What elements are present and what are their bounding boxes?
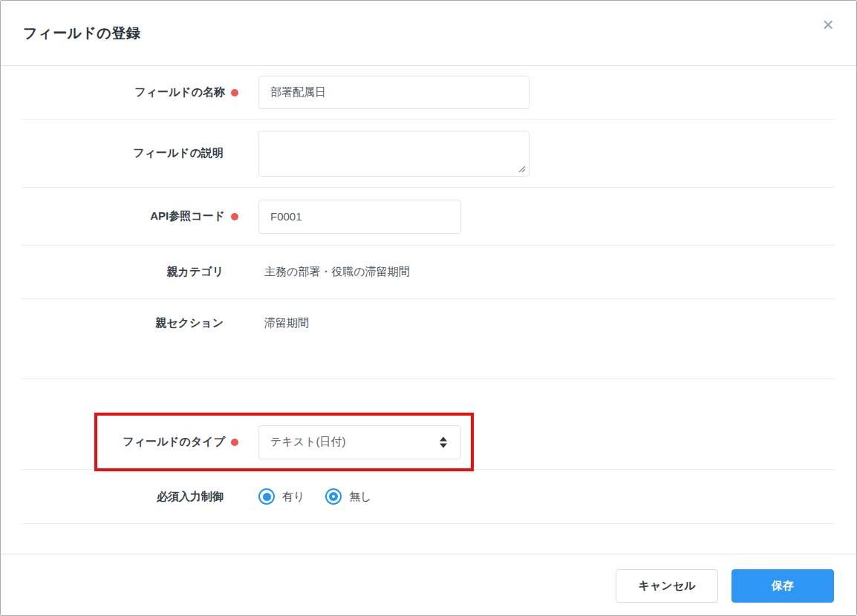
parent-section-label-cell: 親セクション — [22, 316, 238, 330]
modal-footer: キャンセル 保存 — [1, 554, 856, 616]
select-updown-icon — [440, 436, 447, 448]
api-code-input[interactable] — [258, 200, 461, 234]
api-code-label: API参照コード — [150, 209, 225, 223]
form-row-field-type: フィールドのタイプ テキスト(日付) — [22, 379, 835, 470]
form-row-field-name: フィールドの名称 — [22, 66, 835, 119]
radio-yes-label: 有り — [282, 490, 304, 504]
required-control-label: 必須入力制御 — [157, 490, 224, 504]
close-icon[interactable]: × — [816, 13, 840, 36]
radio-option-no[interactable]: 無し — [325, 488, 371, 505]
modal-title: フィールドの登録 — [23, 24, 140, 43]
api-code-label-cell: API参照コード — [22, 209, 238, 223]
field-registration-modal: フィールドの登録 × フィールドの名称 フィールドの説明 API参照コード — [0, 0, 857, 616]
form-row-field-description: フィールドの説明 — [22, 119, 835, 188]
save-button[interactable]: 保存 — [731, 569, 834, 603]
field-name-input[interactable] — [258, 76, 529, 109]
cancel-button[interactable]: キャンセル — [616, 569, 718, 603]
radio-group: 有り 無し — [258, 488, 372, 505]
footer-spacer — [1, 524, 856, 554]
field-type-label-cell: フィールドのタイプ — [22, 435, 238, 449]
radio-selected-icon — [258, 488, 275, 505]
field-description-control — [258, 131, 529, 177]
field-type-label: フィールドのタイプ — [123, 435, 225, 449]
radio-no-label: 無し — [349, 490, 371, 504]
parent-category-label-cell: 親カテゴリ — [22, 265, 238, 279]
parent-section-value: 滞留期間 — [264, 316, 309, 330]
parent-category-value: 主務の部署・役職の滞留期間 — [264, 265, 410, 279]
required-dot — [231, 89, 238, 96]
form-row-required-control: 必須入力制御 有り 無し — [22, 470, 835, 524]
form-row-parent-category: 親カテゴリ 主務の部署・役職の滞留期間 — [22, 246, 835, 299]
field-description-textarea[interactable] — [258, 131, 529, 177]
field-name-control — [258, 76, 529, 109]
parent-category-label: 親カテゴリ — [167, 265, 224, 279]
field-name-label-cell: フィールドの名称 — [22, 85, 238, 99]
required-control-options: 有り 無し — [258, 488, 372, 505]
parent-section-label: 親セクション — [155, 316, 224, 330]
field-description-label: フィールドの説明 — [133, 146, 224, 160]
parent-category-control: 主務の部署・役職の滞留期間 — [258, 265, 410, 279]
field-type-select[interactable]: テキスト(日付) — [258, 425, 461, 459]
required-dot — [231, 439, 238, 446]
form-row-parent-section: 親セクション 滞留期間 — [22, 299, 835, 379]
api-code-control — [258, 200, 461, 234]
required-dot — [231, 213, 238, 220]
required-control-label-cell: 必須入力制御 — [22, 490, 238, 504]
field-type-selected-value: テキスト(日付) — [270, 435, 345, 449]
parent-section-control: 滞留期間 — [258, 316, 309, 330]
radio-unselected-icon — [325, 488, 342, 505]
form-row-api-code: API参照コード — [22, 188, 835, 246]
field-type-control: テキスト(日付) — [258, 425, 461, 459]
field-name-label: フィールドの名称 — [134, 85, 225, 99]
radio-option-yes[interactable]: 有り — [258, 488, 304, 505]
field-description-label-cell: フィールドの説明 — [22, 146, 238, 160]
modal-header: フィールドの登録 × — [1, 1, 856, 66]
